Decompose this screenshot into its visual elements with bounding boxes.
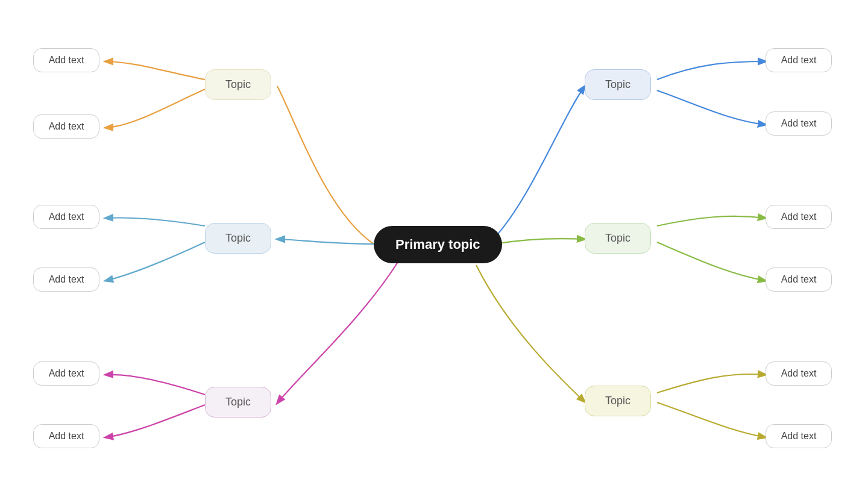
leaf-label: Add text xyxy=(49,211,84,222)
topic-label-mid-right: Topic xyxy=(605,232,631,245)
primary-topic-node[interactable]: Primary topic xyxy=(374,226,502,263)
topic-node-top-left[interactable]: Topic xyxy=(205,69,271,100)
leaf-mid-left-1[interactable]: Add text xyxy=(33,205,99,229)
leaf-label: Add text xyxy=(781,55,817,66)
leaf-top-left-1[interactable]: Add text xyxy=(33,48,99,72)
leaf-label: Add text xyxy=(49,55,84,66)
leaf-mid-right-1[interactable]: Add text xyxy=(766,205,832,229)
leaf-top-right-2[interactable]: Add text xyxy=(766,111,832,136)
leaf-label: Add text xyxy=(49,368,84,379)
leaf-label: Add text xyxy=(781,368,817,379)
topic-label-bot-left: Topic xyxy=(225,396,251,408)
leaf-label: Add text xyxy=(49,274,84,285)
topic-label-top-right: Topic xyxy=(605,78,631,91)
topic-label-top-left: Topic xyxy=(225,78,251,91)
leaf-mid-right-2[interactable]: Add text xyxy=(766,267,832,292)
topic-node-top-right[interactable]: Topic xyxy=(585,69,651,100)
topic-label-bot-right: Topic xyxy=(605,395,631,407)
topic-node-mid-right[interactable]: Topic xyxy=(585,223,651,254)
topic-node-bot-left[interactable]: Topic xyxy=(205,387,271,418)
primary-topic-label: Primary topic xyxy=(395,237,480,252)
leaf-bot-left-1[interactable]: Add text xyxy=(33,361,99,386)
topic-node-mid-left[interactable]: Topic xyxy=(205,223,271,254)
topic-label-mid-left: Topic xyxy=(225,232,251,245)
leaf-label: Add text xyxy=(49,431,84,442)
leaf-label: Add text xyxy=(781,431,817,442)
leaf-label: Add text xyxy=(781,211,817,222)
leaf-label: Add text xyxy=(49,121,84,132)
leaf-label: Add text xyxy=(781,274,817,285)
leaf-bot-right-1[interactable]: Add text xyxy=(766,361,832,386)
leaf-bot-right-2[interactable]: Add text xyxy=(766,424,832,448)
leaf-mid-left-2[interactable]: Add text xyxy=(33,267,99,292)
mindmap-canvas: Primary topic Topic Add text Add text To… xyxy=(0,0,868,488)
leaf-label: Add text xyxy=(781,118,817,129)
leaf-top-left-2[interactable]: Add text xyxy=(33,114,99,139)
leaf-bot-left-2[interactable]: Add text xyxy=(33,424,99,448)
leaf-top-right-1[interactable]: Add text xyxy=(766,48,832,72)
topic-node-bot-right[interactable]: Topic xyxy=(585,386,651,416)
